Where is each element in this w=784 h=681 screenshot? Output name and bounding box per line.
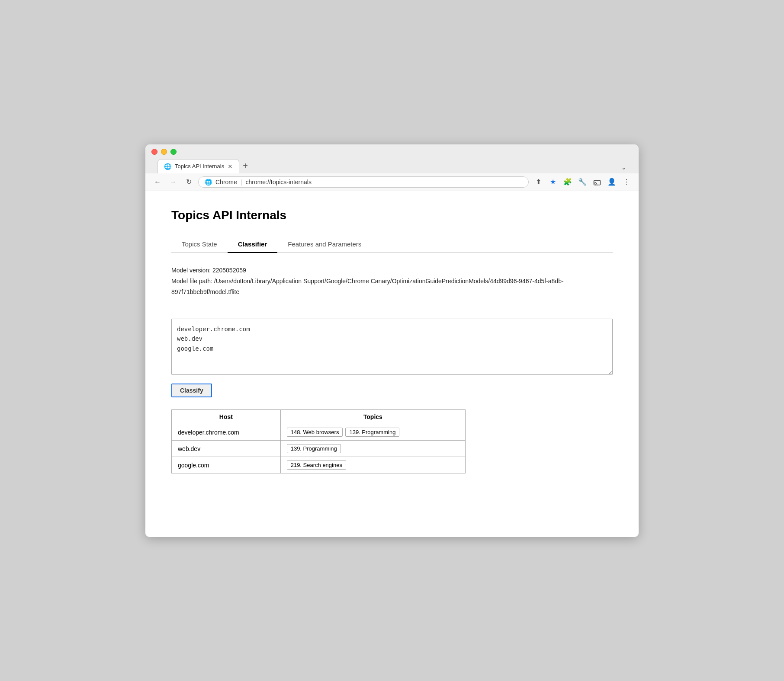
table-cell-host: developer.chrome.com: [172, 424, 281, 441]
browser-window: 🌐 Topics API Internals ✕ + ⌄ ← → ↻ 🌐 Chr…: [145, 144, 639, 537]
reload-button[interactable]: ↻: [183, 176, 195, 188]
table-row: web.dev139. Programming: [172, 441, 466, 457]
page-content: Topics API Internals Topics State Classi…: [145, 191, 639, 537]
address-label: Chrome: [215, 179, 237, 185]
table-cell-topics: 139. Programming: [280, 441, 465, 457]
back-button[interactable]: ←: [151, 176, 164, 188]
maximize-button[interactable]: [170, 149, 177, 155]
new-tab-button[interactable]: +: [243, 161, 248, 173]
table-cell-host: google.com: [172, 457, 281, 473]
topic-badge: 139. Programming: [345, 428, 399, 437]
address-bar[interactable]: 🌐 Chrome | chrome://topics-internals: [198, 176, 529, 188]
cast-button[interactable]: [591, 176, 603, 188]
close-button[interactable]: [151, 149, 157, 155]
table-cell-topics: 148. Web browsers139. Programming: [280, 424, 465, 441]
page-title: Topics API Internals: [171, 208, 613, 222]
col-topics-header: Topics: [280, 410, 465, 424]
tabs-container: Topics State Classifier Features and Par…: [171, 236, 613, 253]
topic-badge: 139. Programming: [287, 444, 341, 453]
share-button[interactable]: ⬆: [532, 176, 544, 188]
classify-button[interactable]: Classify: [171, 384, 212, 397]
divider: [171, 308, 613, 308]
table-cell-topics: 219. Search engines: [280, 457, 465, 473]
table-cell-host: web.dev: [172, 441, 281, 457]
active-tab[interactable]: 🌐 Topics API Internals ✕: [157, 159, 239, 173]
model-file-path: Model file path: /Users/dutton/Library/A…: [171, 276, 613, 297]
minimize-button[interactable]: [161, 149, 167, 155]
table-row: google.com219. Search engines: [172, 457, 466, 473]
nav-actions: ⬆ ★ 🧩 🔧 👤 ⋮: [532, 176, 633, 188]
nav-bar: ← → ↻ 🌐 Chrome | chrome://topics-interna…: [145, 173, 639, 191]
model-info: Model version: 2205052059 Model file pat…: [171, 265, 613, 298]
address-url: chrome://topics-internals: [245, 179, 522, 185]
hosts-textarea[interactable]: developer.chrome.com web.dev google.com: [171, 319, 613, 375]
tab-topics-state[interactable]: Topics State: [171, 236, 228, 253]
col-host-header: Host: [172, 410, 281, 424]
forward-button[interactable]: →: [167, 176, 179, 188]
extension-active-button[interactable]: 🔧: [576, 176, 588, 188]
model-version: Model version: 2205052059: [171, 265, 613, 276]
results-table: Host Topics developer.chrome.com148. Web…: [171, 409, 466, 473]
address-favicon: 🌐: [205, 179, 212, 185]
tab-features-params[interactable]: Features and Parameters: [277, 236, 372, 253]
tab-favicon: 🌐: [164, 163, 171, 170]
extensions-button[interactable]: 🧩: [562, 176, 574, 188]
tab-bar: 🌐 Topics API Internals ✕ + ⌄: [151, 159, 633, 173]
address-separator: |: [241, 179, 242, 185]
tab-classifier[interactable]: Classifier: [228, 236, 278, 253]
table-row: developer.chrome.com148. Web browsers139…: [172, 424, 466, 441]
tab-dropdown-icon[interactable]: ⌄: [621, 164, 627, 173]
topic-badge: 219. Search engines: [287, 460, 346, 470]
topic-badge: 148. Web browsers: [287, 428, 343, 437]
tab-title: Topics API Internals: [175, 163, 224, 169]
title-bar: 🌐 Topics API Internals ✕ + ⌄: [145, 144, 639, 173]
tab-close-icon[interactable]: ✕: [228, 163, 233, 170]
profile-button[interactable]: 👤: [606, 176, 618, 188]
menu-button[interactable]: ⋮: [620, 176, 633, 188]
traffic-lights: [151, 149, 633, 159]
bookmark-button[interactable]: ★: [547, 176, 559, 188]
